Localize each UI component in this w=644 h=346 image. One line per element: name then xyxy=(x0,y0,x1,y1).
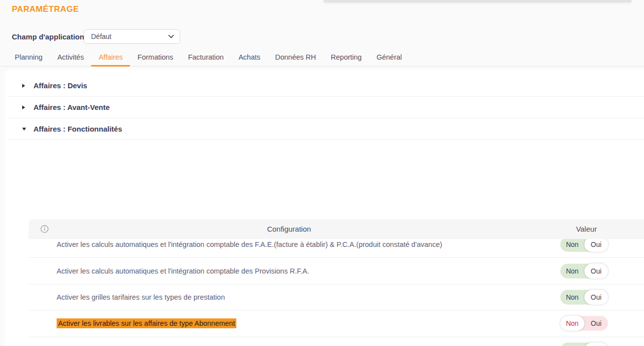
page-title: PARAMÉTRAGE xyxy=(12,4,79,14)
toggle-option-non[interactable]: Non xyxy=(560,343,584,346)
accordion-list: Affaires : DevisAffaires : Avant-VenteAf… xyxy=(9,75,644,140)
tab-affaires[interactable]: Affaires xyxy=(91,49,130,67)
table-header-row: Configuration Valeur xyxy=(29,219,644,239)
chevron-down-icon xyxy=(168,35,174,38)
configuration-table: Configuration Valeur Activer les calculs… xyxy=(29,219,644,346)
config-label-highlighted: Activer les livrables sur les affaires d… xyxy=(57,318,236,328)
table-row: Activer les livrables sur les affaires d… xyxy=(29,311,644,337)
scope-select-value: Défaut xyxy=(91,33,168,40)
caret-right-icon xyxy=(22,84,29,88)
tab-formations[interactable]: Formations xyxy=(130,49,181,67)
toggle-option-oui[interactable]: Oui xyxy=(584,264,609,278)
toggle-option-non[interactable]: Non xyxy=(560,264,584,278)
config-label: Activer les calculs automatiques et l'in… xyxy=(57,241,442,248)
tab-donnees-rh[interactable]: Données RH xyxy=(268,49,323,67)
tab-general[interactable]: Général xyxy=(369,49,410,67)
table-body: Activer les calculs automatiques et l'in… xyxy=(29,239,644,346)
scope-field-label: Champ d'application xyxy=(12,33,84,41)
top-edge-strip xyxy=(323,0,632,2)
toggle-option-non[interactable]: Non xyxy=(560,290,584,305)
column-header-configuration: Configuration xyxy=(267,219,311,239)
toggle-option-oui[interactable]: Oui xyxy=(584,290,609,305)
toggle-non-oui[interactable]: NonOui xyxy=(560,239,608,252)
accordion-affaires-fonctionnalites[interactable]: Affaires : Fonctionnalités xyxy=(9,118,644,140)
column-header-valeur: Valeur xyxy=(576,219,597,239)
accordion-label: Affaires : Fonctionnalités xyxy=(33,125,122,133)
toggle-non-oui[interactable]: NonOui xyxy=(560,290,608,305)
tab-facturation[interactable]: Facturation xyxy=(181,49,231,67)
accordion-affaires-devis[interactable]: Affaires : Devis xyxy=(9,75,644,97)
accordion-label: Affaires : Devis xyxy=(33,81,87,90)
tab-activites[interactable]: Activités xyxy=(50,49,91,67)
tab-reporting[interactable]: Reporting xyxy=(323,49,369,67)
config-label: Activer les grilles tarifaires sur les t… xyxy=(57,293,225,301)
accordion-affaires-avant-vente[interactable]: Affaires : Avant-Vente xyxy=(9,97,644,118)
toggle-option-non[interactable]: Non xyxy=(560,239,584,252)
table-row: Activer les livrables sur les affaires d… xyxy=(29,337,644,346)
toggle-non-oui[interactable]: NonOui xyxy=(560,264,608,278)
table-row: Activer les grilles tarifaires sur les t… xyxy=(29,284,644,311)
caret-right-icon xyxy=(22,105,29,109)
settings-panel: Affaires : DevisAffaires : Avant-VenteAf… xyxy=(5,69,644,346)
toggle-non-oui[interactable]: NonOui xyxy=(560,316,608,331)
tab-planning[interactable]: Planning xyxy=(7,49,50,67)
table-row: Activer les calculs automatiques et l'in… xyxy=(29,239,644,258)
toggle-option-oui[interactable]: Oui xyxy=(584,343,609,346)
scope-select[interactable]: Défaut xyxy=(84,29,180,44)
info-circle-icon[interactable] xyxy=(40,225,49,233)
table-row: Activer les calculs automatiques et l'in… xyxy=(29,258,644,284)
toggle-option-oui[interactable]: Oui xyxy=(584,239,609,252)
tab-achats[interactable]: Achats xyxy=(231,49,267,67)
toggle-option-non[interactable]: Non xyxy=(560,316,584,331)
caret-down-icon xyxy=(22,128,29,131)
config-label: Activer les calculs automatiques et l'in… xyxy=(57,267,309,275)
settings-tab-bar: PlanningActivitésAffairesFormationsFactu… xyxy=(0,49,644,67)
accordion-label: Affaires : Avant-Vente xyxy=(33,103,110,111)
toggle-non-oui[interactable]: NonOui xyxy=(560,343,608,346)
toggle-option-oui[interactable]: Oui xyxy=(584,316,609,331)
